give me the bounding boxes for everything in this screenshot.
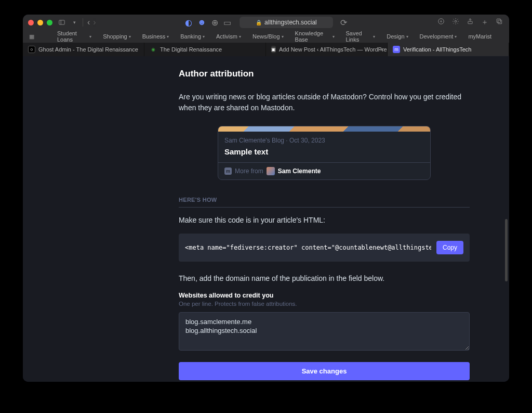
translate-icon[interactable]: ⊕ [211, 18, 218, 28]
wordpress-icon: ▣ [271, 46, 276, 53]
avatar [267, 167, 275, 175]
code-snippet: <meta name="fediverse:creator" content="… [185, 244, 431, 251]
tab-overview-icon[interactable] [496, 18, 503, 27]
bookmark-item[interactable]: Shopping▾ [103, 33, 131, 40]
page-viewport[interactable]: Author attribution Are you writing news … [23, 56, 509, 382]
tab-title: Ghost Admin - The Digital Renaissance [38, 46, 138, 53]
reload-button[interactable]: ⟳ [340, 18, 347, 28]
more-from-label: More from [235, 167, 263, 175]
ghost-icon: ○ [28, 46, 35, 53]
back-button[interactable]: ‹ [87, 18, 90, 27]
settings-icon[interactable] [452, 18, 459, 27]
preview-title: Sample text [224, 147, 424, 156]
instruction-2: Then, add the domain name of the publica… [179, 274, 470, 282]
bookmark-item[interactable]: Knowledge Base▾ [295, 30, 335, 43]
shield-icon[interactable]: ◐ [185, 18, 192, 28]
tab-title: Verification - AllThingsTech [403, 46, 471, 53]
toolbar-left: ▾ ‹ › [58, 18, 96, 27]
window-controls [28, 20, 52, 25]
browser-tab[interactable]: ◉ The Digital Renaissance [144, 43, 266, 56]
site-icon: ◉ [150, 46, 157, 53]
minimize-window-button[interactable] [37, 20, 43, 25]
address-bar[interactable]: 🔒 allthingstech.social [240, 17, 333, 28]
svg-rect-0 [59, 20, 65, 24]
new-tab-icon[interactable]: ＋ [481, 18, 488, 27]
title-bar: ▾ ‹ › ◐ ☻ ⊕ ▭ 🔒 allthingstech.social ⟳ [23, 15, 509, 30]
address-area: ◐ ☻ ⊕ ▭ 🔒 allthingstech.social ⟳ [185, 17, 347, 28]
page-title: Author attribution [179, 69, 470, 79]
mastodon-icon: m [393, 46, 400, 53]
domains-label: Websites allowed to credit you [179, 292, 470, 299]
browser-tab-active[interactable]: m Verification - AllThingsTech [388, 43, 509, 56]
browser-tab[interactable]: ▣ Add New Post ‹ AllThingsTech — WordPre… [266, 43, 388, 56]
share-icon[interactable] [467, 18, 474, 27]
bookmark-item[interactable]: Banking▾ [180, 33, 205, 40]
bookmark-item[interactable]: Business▾ [142, 33, 169, 40]
how-header: HERE'S HOW [179, 197, 470, 208]
bookmark-item[interactable]: News/Blog▾ [252, 33, 284, 40]
tab-title: The Digital Renaissance [160, 46, 222, 53]
page-lead: Are you writing news or blog articles ou… [179, 92, 470, 113]
copy-button[interactable]: Copy [436, 241, 463, 254]
preview-image [218, 126, 430, 132]
toolbar-right: ＋ [437, 18, 503, 27]
url-text: allthingstech.social [264, 19, 317, 26]
instruction-1: Make sure this code is in your article's… [179, 216, 470, 224]
browser-window: ▾ ‹ › ◐ ☻ ⊕ ▭ 🔒 allthingstech.social ⟳ [23, 15, 509, 382]
forward-button[interactable]: › [93, 18, 96, 27]
chevron-down-icon[interactable]: ▾ [70, 18, 78, 27]
privacy-icon[interactable]: ☻ [197, 18, 206, 28]
sidebar-toggle-icon[interactable] [58, 18, 66, 27]
bookmark-item[interactable]: Activism▾ [216, 33, 241, 40]
bookmark-item[interactable]: myMarist [468, 33, 491, 40]
tab-strip: ○ Ghost Admin - The Digital Renaissance … [23, 43, 509, 56]
bookmark-item[interactable]: Student Loans▾ [57, 30, 91, 43]
attribution-preview-card: Sam Clemente's Blog · Oct 30, 2023 Sampl… [218, 126, 431, 180]
bookmark-bar: ▦ Student Loans▾ Shopping▾ Business▾ Ban… [23, 30, 509, 43]
bookmark-item[interactable]: Saved Links▾ [346, 30, 376, 43]
close-tab-icon[interactable]: ✕ [380, 47, 384, 53]
domains-textarea[interactable] [179, 312, 470, 351]
svg-rect-4 [468, 21, 472, 24]
preview-footer: m More from Sam Clemente [218, 162, 430, 179]
save-changes-button[interactable]: Save changes [179, 362, 470, 380]
svg-point-3 [455, 20, 457, 22]
browser-tab[interactable]: ○ Ghost Admin - The Digital Renaissance [23, 43, 144, 56]
apps-icon[interactable]: ▦ [29, 33, 34, 40]
scrollbar[interactable] [505, 219, 508, 281]
reader-icon[interactable]: ▭ [223, 18, 231, 28]
domains-hint: One per line. Protects from false attrib… [179, 301, 470, 307]
code-snippet-box: <meta name="fediverse:creator" content="… [179, 234, 470, 262]
preview-meta: Sam Clemente's Blog · Oct 30, 2023 [224, 137, 424, 144]
bookmark-item[interactable]: Design▾ [387, 33, 408, 40]
svg-rect-6 [498, 20, 502, 24]
mastodon-badge-icon: m [224, 167, 232, 175]
author-name: Sam Clemente [278, 167, 321, 175]
lock-icon: 🔒 [256, 20, 262, 25]
svg-rect-5 [497, 19, 500, 22]
main-content: Author attribution Are you writing news … [179, 56, 470, 382]
bookmark-item[interactable]: Development▾ [420, 33, 457, 40]
maximize-window-button[interactable] [47, 20, 52, 25]
downloads-icon[interactable] [437, 18, 445, 27]
close-window-button[interactable] [28, 20, 34, 25]
tab-title: Add New Post ‹ AllThingsTech — WordPress [279, 46, 388, 53]
